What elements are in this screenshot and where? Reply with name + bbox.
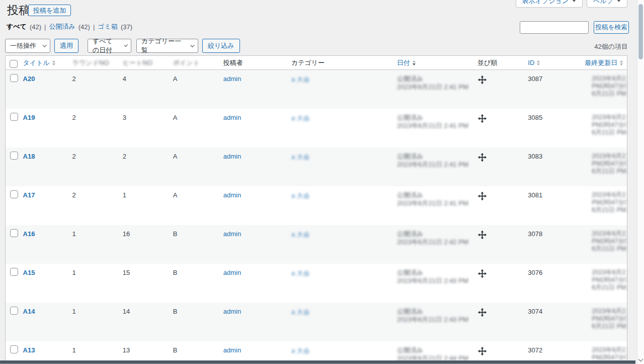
drag-move-icon[interactable]	[477, 308, 487, 317]
vertical-scrollbar-thumb[interactable]	[638, 4, 643, 59]
cell-col4: A	[169, 70, 219, 109]
row-checkbox[interactable]	[10, 74, 18, 82]
post-title-link[interactable]: A16	[23, 230, 35, 238]
drag-move-icon[interactable]	[477, 153, 487, 162]
cell-modified: 2023年6月21日 PM2時47分00秒 6月21日 PM2:47	[581, 303, 627, 341]
table-row: A19 2 3 A admin a 大会 公開済み 2023年6月21日 2:4…	[6, 109, 627, 148]
apply-button[interactable]: 適用	[54, 39, 78, 53]
author-link[interactable]: admin	[223, 75, 241, 83]
row-checkbox[interactable]	[10, 229, 18, 237]
cell-col3: 2	[119, 148, 169, 186]
cell-id: 3074	[524, 303, 581, 341]
table-row: A14 1 14 B admin a 大会 公開済み 2023年6月21日 2:…	[6, 303, 627, 341]
cell-order	[473, 109, 524, 148]
scroll-down-arrow-icon[interactable]	[638, 357, 643, 362]
date-filter-value: すべての日付	[93, 37, 119, 55]
row-checkbox[interactable]	[10, 113, 18, 121]
table-row: A15 1 15 B admin a 大会 公開済み 2023年6月21日 2:…	[6, 264, 627, 303]
post-status: 公開済み	[397, 346, 473, 354]
category-link[interactable]: a 大会	[291, 347, 310, 354]
row-checkbox[interactable]	[10, 268, 18, 276]
cell-col2: 1	[68, 264, 119, 303]
cell-id: 3085	[524, 109, 581, 148]
post-title-link[interactable]: A17	[23, 191, 35, 199]
cell-col3: 1	[119, 186, 169, 225]
sort-indicator-icon	[52, 60, 55, 65]
post-date: 2023年6月21日 2:43 PM	[397, 277, 473, 285]
cell-modified: 2023年6月21日 PM2時47分00秒 6月21日 PM2:47	[581, 225, 627, 264]
screen-options-button[interactable]: 表示オプション	[516, 0, 583, 8]
post-status: 公開済み	[397, 114, 473, 122]
date-filter-select[interactable]: すべての日付	[88, 39, 131, 53]
author-link[interactable]: admin	[223, 191, 241, 199]
author-link[interactable]: admin	[223, 269, 241, 276]
category-filter-select[interactable]: カテゴリー一覧	[136, 39, 198, 53]
drag-move-icon[interactable]	[477, 269, 487, 278]
cell-date: 公開済み 2023年6月21日 2:43 PM	[393, 264, 473, 303]
drag-move-icon[interactable]	[477, 230, 487, 240]
category-link[interactable]: a 大会	[291, 308, 310, 316]
bulk-actions-value: 一括操作	[10, 41, 36, 50]
cell-id: 3081	[524, 186, 581, 225]
cell-date: 公開済み 2023年6月21日 2:41 PM	[393, 70, 473, 109]
header-id[interactable]: ID	[524, 56, 581, 70]
view-trash-link[interactable]: ゴミ箱	[98, 22, 118, 31]
author-link[interactable]: admin	[223, 308, 241, 315]
cell-modified: 2023年6月21日 PM2時47分00秒 6月21日 PM2:47	[581, 109, 627, 148]
post-title-link[interactable]: A14	[23, 308, 35, 315]
post-status: 公開済み	[397, 191, 473, 199]
search-posts-button[interactable]: 投稿を検索	[594, 21, 629, 34]
post-title-link[interactable]: A18	[23, 153, 35, 160]
sort-indicator-icon	[413, 60, 416, 65]
add-post-button[interactable]: 投稿を追加	[28, 5, 71, 16]
author-link[interactable]: admin	[223, 346, 241, 354]
drag-move-icon[interactable]	[477, 191, 487, 201]
category-link[interactable]: a 大会	[291, 114, 310, 122]
table-row: A20 2 4 A admin a 大会 公開済み 2023年6月21日 2:4…	[6, 70, 627, 109]
help-button[interactable]: ヘルプ	[587, 0, 627, 8]
row-checkbox[interactable]	[10, 307, 18, 315]
row-checkbox[interactable]	[10, 190, 18, 198]
category-link[interactable]: a 大会	[291, 192, 310, 199]
header-date[interactable]: 日付	[393, 56, 473, 70]
vertical-scrollbar[interactable]	[637, 0, 644, 364]
chevron-down-icon	[42, 43, 46, 47]
category-link[interactable]: a 大会	[291, 153, 310, 161]
author-link[interactable]: admin	[223, 114, 241, 121]
help-label: ヘルプ	[593, 0, 613, 6]
header-order: 並び順	[473, 56, 524, 70]
select-all-checkbox[interactable]	[10, 60, 18, 68]
view-published-link[interactable]: 公開済み	[49, 22, 75, 31]
chevron-down-icon	[617, 0, 621, 2]
post-title-link[interactable]: A15	[23, 269, 35, 276]
view-all-link[interactable]: すべて	[7, 22, 27, 31]
cell-col4: B	[169, 264, 219, 303]
row-checkbox[interactable]	[10, 152, 18, 160]
drag-move-icon[interactable]	[477, 75, 487, 85]
post-title-link[interactable]: A20	[23, 75, 35, 83]
drag-move-icon[interactable]	[477, 114, 487, 123]
bulk-actions-select[interactable]: 一括操作	[5, 39, 50, 53]
post-status: 公開済み	[397, 153, 473, 161]
cell-order	[473, 264, 524, 303]
author-link[interactable]: admin	[223, 153, 241, 160]
sort-indicator-icon	[620, 60, 623, 65]
category-link[interactable]: a 大会	[291, 76, 310, 83]
row-checkbox[interactable]	[10, 345, 18, 353]
category-link[interactable]: a 大会	[291, 231, 310, 238]
category-link[interactable]: a 大会	[291, 269, 310, 277]
category-filter-value: カテゴリー一覧	[141, 37, 185, 55]
header-modified[interactable]: 最終更新日	[581, 56, 627, 70]
header-title[interactable]: タイトル	[19, 56, 68, 70]
search-input[interactable]	[520, 21, 589, 34]
post-title-link[interactable]: A19	[23, 114, 35, 121]
post-title-link[interactable]: A13	[23, 346, 35, 354]
cell-id: 3087	[524, 70, 581, 109]
chevron-down-icon	[124, 43, 128, 47]
author-link[interactable]: admin	[223, 230, 241, 238]
drag-move-icon[interactable]	[477, 346, 487, 356]
filter-button[interactable]: 絞り込み	[202, 39, 240, 53]
horizontal-scrollbar-thumb[interactable]	[0, 360, 635, 364]
cell-modified: 2023年6月21日 PM2時47分00秒 6月21日 PM2:47	[581, 186, 627, 225]
header-col4: ポイント	[169, 56, 219, 70]
